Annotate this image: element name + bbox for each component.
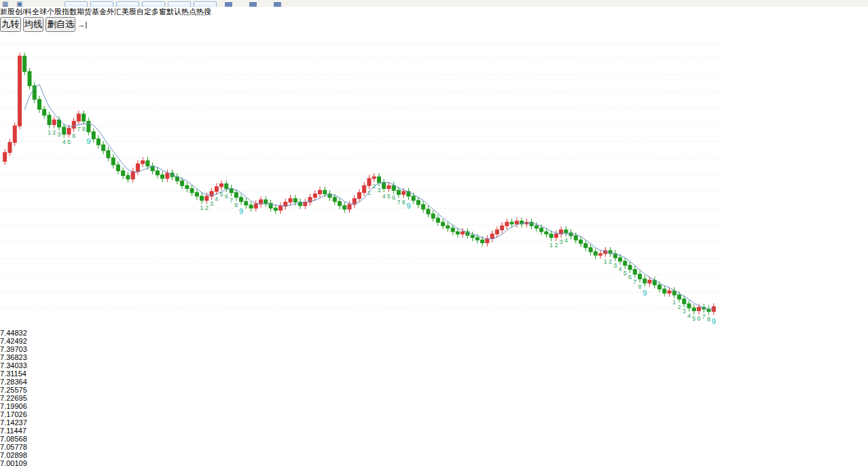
toolbar-item[interactable]: 热搜	[196, 7, 211, 16]
toolbar-item[interactable]: 全球	[32, 7, 47, 16]
svg-text:3: 3	[683, 308, 686, 314]
svg-text:2: 2	[205, 204, 209, 211]
svg-text:6: 6	[628, 274, 632, 281]
svg-text:1: 1	[200, 204, 204, 211]
custom-icon[interactable]	[225, 2, 232, 7]
toolbar-item[interactable]: 创/科	[15, 7, 32, 16]
axis-label: 7.36823	[0, 353, 868, 361]
axis-label: 7.34033	[0, 361, 868, 370]
toolbar-item[interactable]: 外汇	[107, 7, 122, 16]
chart-toolbar: 九转 均线 删自选 →|	[0, 17, 868, 32]
toolbar-cut-button[interactable]	[168, 1, 191, 7]
toolbar-item[interactable]: 个股	[47, 7, 62, 16]
axis-label: 7.19906	[0, 402, 868, 410]
svg-text:4: 4	[215, 196, 218, 202]
svg-text:6: 6	[392, 194, 395, 201]
remove-watchlist-button[interactable]: 删自选	[46, 17, 75, 32]
toolbar-item[interactable]: 指数	[62, 7, 77, 16]
svg-text:4: 4	[382, 193, 386, 200]
toolbar-cut-button[interactable]	[142, 1, 165, 7]
price-axis: 7.448327.424927.397037.368237.340337.311…	[0, 329, 868, 467]
svg-text:5: 5	[692, 315, 695, 322]
axis-label: 7.05778	[0, 443, 868, 451]
svg-text:2: 2	[554, 242, 558, 249]
toolbar-item[interactable]: 美股	[122, 7, 137, 16]
toolbar-row1: ▦ ▣	[0, 0, 868, 7]
toolbar-item[interactable]: 热点	[181, 7, 196, 16]
axis-label: 7.17026	[0, 410, 868, 418]
toolbar-row2: 新股创/科全球个股指数期货基金外汇美股自定多窗默认热点热搜	[0, 7, 868, 17]
svg-text:1: 1	[672, 299, 676, 306]
svg-text:7: 7	[230, 197, 233, 204]
toolbar-item[interactable]: 默认	[166, 7, 181, 16]
svg-text:7: 7	[397, 199, 400, 206]
toolbar-item[interactable]: 多窗	[151, 7, 166, 16]
axis-label: 7.44832	[0, 329, 868, 337]
hot-search-icon[interactable]	[317, 2, 324, 7]
svg-text:4: 4	[62, 139, 66, 145]
svg-text:8: 8	[402, 199, 405, 206]
toolbar-cut-button[interactable]	[194, 1, 217, 7]
svg-text:3: 3	[613, 262, 617, 269]
svg-text:3: 3	[210, 200, 213, 207]
candlestick-chart[interactable]: 1234567891234567891234567891234123456789…	[0, 32, 719, 327]
ma-line-button[interactable]: 均线	[23, 17, 44, 32]
toolbar-cut-button[interactable]	[65, 1, 88, 7]
svg-text:4: 4	[564, 237, 568, 244]
svg-text:8: 8	[638, 283, 642, 290]
toolbar-cut-button[interactable]	[116, 1, 139, 7]
axis-label: 7.28364	[0, 378, 868, 386]
axis-label: 7.39703	[0, 345, 868, 353]
svg-text:2: 2	[372, 183, 376, 190]
svg-text:1: 1	[48, 129, 51, 136]
svg-text:2: 2	[609, 258, 612, 265]
window-icon[interactable]: ▣	[16, 0, 22, 7]
toolbar-item[interactable]: 自定	[137, 7, 151, 16]
axis-label: 7.42492	[0, 337, 868, 345]
svg-text:6: 6	[697, 315, 700, 322]
hotspot-icon[interactable]	[295, 2, 302, 7]
svg-text:9: 9	[712, 317, 716, 325]
axis-label: 7.00109	[0, 459, 868, 467]
trading-terminal: ▦ ▣ 新股创/科全球个股指数期货基金外汇美股自定多窗默认热点热搜 九转 均线 …	[0, 0, 868, 468]
svg-text:3: 3	[377, 187, 380, 194]
svg-text:1: 1	[549, 242, 553, 249]
axis-label: 7.08568	[0, 435, 868, 443]
toolbar-cut-button[interactable]	[90, 1, 113, 7]
svg-text:3: 3	[57, 131, 60, 138]
chart-panels: 1234567891234567891234567891234123456789…	[0, 32, 868, 468]
svg-text:5: 5	[220, 191, 223, 198]
svg-text:9: 9	[86, 137, 90, 145]
toolbar-item[interactable]: 基金	[92, 7, 107, 16]
grid-icon[interactable]: ▦	[2, 0, 8, 7]
candlestick-panel[interactable]: 1234567891234567891234567891234123456789…	[0, 32, 868, 468]
nine-turn-button[interactable]: 九转	[0, 17, 21, 32]
svg-text:4: 4	[687, 312, 691, 319]
axis-label: 7.31154	[0, 370, 868, 378]
svg-text:9: 9	[239, 207, 243, 215]
svg-text:9: 9	[406, 202, 410, 210]
multiwindow-icon[interactable]	[249, 2, 257, 7]
axis-label: 7.22695	[0, 394, 868, 402]
chart-column: 九转 均线 删自选 →| 123456789123456789123456789…	[0, 17, 868, 468]
jump-end-icon[interactable]: →|	[77, 20, 87, 29]
svg-text:8: 8	[234, 202, 238, 209]
toolbar-item[interactable]: 新股	[0, 7, 15, 16]
svg-text:5: 5	[623, 270, 627, 276]
axis-label: 7.02898	[0, 451, 868, 459]
default-layout-icon[interactable]	[274, 2, 281, 7]
axis-label: 7.25575	[0, 386, 868, 394]
svg-text:5: 5	[387, 193, 391, 200]
svg-text:7: 7	[633, 278, 636, 285]
svg-text:2: 2	[52, 129, 56, 136]
svg-text:4: 4	[619, 266, 622, 272]
workspace: 九转 均线 删自选 →| 123456789123456789123456789…	[0, 17, 868, 468]
svg-text:8: 8	[82, 126, 86, 132]
svg-text:9: 9	[643, 289, 647, 297]
svg-text:6: 6	[225, 193, 228, 200]
svg-text:1: 1	[604, 258, 607, 265]
svg-text:2: 2	[677, 304, 681, 310]
toolbar-item[interactable]: 期货	[77, 7, 92, 16]
axis-label: 7.14237	[0, 418, 868, 427]
axis-label: 7.11447	[0, 427, 868, 435]
